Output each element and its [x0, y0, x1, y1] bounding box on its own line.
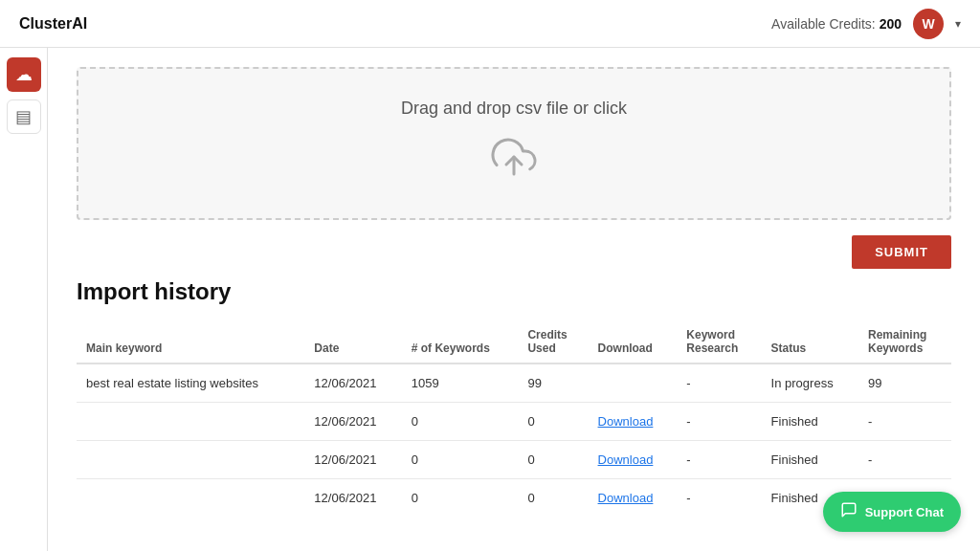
credits-value: 200 — [880, 16, 902, 32]
avatar[interactable]: W — [913, 9, 944, 39]
cell-status: Finished — [762, 403, 858, 441]
cell-download[interactable]: Download — [589, 479, 678, 518]
cell-num_keywords: 1059 — [402, 364, 519, 403]
layout: ☁ ▤ Drag and drop csv file or click SUBM… — [0, 48, 980, 551]
cell-credits_used: 0 — [518, 479, 588, 518]
cell-download[interactable]: Download — [589, 441, 678, 479]
cell-credits_used: 99 — [518, 364, 588, 403]
main-content: Drag and drop csv file or click SUBMIT I… — [48, 48, 980, 551]
download-link[interactable]: Download — [598, 491, 654, 505]
cell-download[interactable]: Download — [589, 403, 678, 441]
upload-cloud-icon: ☁ — [15, 64, 33, 85]
chat-icon — [840, 501, 858, 522]
header-right: Available Credits: 200 W ▾ — [771, 9, 961, 39]
sidebar: ☁ ▤ — [0, 48, 48, 551]
col-credits-used: CreditsUsed — [518, 320, 588, 364]
upload-instruction: Drag and drop csv file or click — [401, 99, 627, 119]
sidebar-item-billing[interactable]: ▤ — [7, 99, 41, 134]
cell-date: 12/06/2021 — [304, 403, 401, 441]
sidebar-item-upload[interactable]: ☁ — [7, 57, 41, 92]
credits-label: Available Credits: 200 — [771, 16, 902, 32]
cell-main_keyword: best real estate listing websites — [77, 364, 304, 403]
cell-remaining_keywords: 99 — [858, 364, 951, 403]
download-link[interactable]: Download — [598, 452, 654, 467]
cell-keyword_research: - — [677, 479, 761, 518]
upload-dropzone[interactable]: Drag and drop csv file or click — [77, 67, 951, 220]
cell-date: 12/06/2021 — [304, 479, 401, 518]
support-chat-button[interactable]: Support Chat — [823, 492, 961, 532]
header: ClusterAI Available Credits: 200 W ▾ — [0, 0, 980, 48]
cell-credits_used: 0 — [518, 441, 588, 479]
support-chat-label: Support Chat — [865, 505, 944, 519]
cell-main_keyword — [77, 403, 304, 441]
col-remaining-keywords: RemainingKeywords — [858, 320, 951, 364]
table-row: 12/06/202100Download-Finished- — [77, 479, 951, 518]
col-keyword-research: KeywordResearch — [677, 320, 761, 364]
submit-button[interactable]: SUBMIT — [852, 235, 951, 269]
cell-status: In progress — [762, 364, 858, 403]
cell-keyword_research: - — [677, 403, 761, 441]
table-row: best real estate listing websites12/06/2… — [77, 364, 951, 403]
table-header-row: Main keyword Date # of Keywords CreditsU… — [77, 320, 951, 364]
cell-date: 12/06/2021 — [304, 364, 401, 403]
col-status: Status — [762, 320, 858, 364]
cell-main_keyword — [77, 479, 304, 518]
table-row: 12/06/202100Download-Finished- — [77, 403, 951, 441]
cell-download — [589, 364, 678, 403]
chevron-down-icon[interactable]: ▾ — [955, 17, 961, 31]
import-history-title: Import history — [77, 278, 951, 305]
cell-keyword_research: - — [677, 441, 761, 479]
billing-icon: ▤ — [15, 106, 32, 127]
cell-credits_used: 0 — [518, 403, 588, 441]
import-history-section: Import history Main keyword Date # of Ke… — [77, 278, 951, 517]
table-row: 12/06/202100Download-Finished- — [77, 441, 951, 479]
cell-status: Finished — [762, 441, 858, 479]
col-num-keywords: # of Keywords — [402, 320, 519, 364]
cell-date: 12/06/2021 — [304, 441, 401, 479]
download-link[interactable]: Download — [598, 414, 654, 429]
cell-num_keywords: 0 — [402, 441, 519, 479]
cell-keyword_research: - — [677, 364, 761, 403]
col-main-keyword: Main keyword — [77, 320, 304, 364]
import-history-table: Main keyword Date # of Keywords CreditsU… — [77, 320, 951, 517]
cell-remaining_keywords: - — [858, 441, 951, 479]
cell-num_keywords: 0 — [402, 479, 519, 518]
submit-row: SUBMIT — [77, 235, 951, 269]
logo: ClusterAI — [19, 15, 87, 33]
col-date: Date — [304, 320, 401, 364]
col-download: Download — [589, 320, 678, 364]
cell-main_keyword — [77, 441, 304, 479]
cell-num_keywords: 0 — [402, 403, 519, 441]
upload-icon — [491, 134, 537, 188]
cell-remaining_keywords: - — [858, 403, 951, 441]
